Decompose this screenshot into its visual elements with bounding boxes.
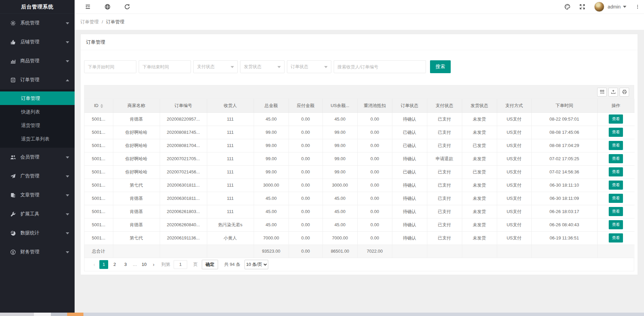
sidebar-item-1[interactable]: 店铺管理 (0, 33, 75, 51)
cell: 0.00 (289, 192, 323, 205)
sidebar-subitem-0[interactable]: 订单管理 (0, 91, 75, 105)
cell: 小黄人 (207, 231, 254, 245)
cell: 99.00 (323, 165, 357, 178)
order-start-time-input[interactable] (84, 60, 136, 73)
cell: 5001... (84, 152, 113, 165)
view-button[interactable]: 查看 (609, 167, 623, 176)
sidebar-item-0[interactable]: 系统管理 (0, 14, 75, 33)
sidebar-item-5[interactable]: 广告管理 (0, 167, 75, 186)
sidebar-item-4[interactable]: 会员管理 (0, 148, 75, 167)
order-icon (10, 77, 16, 83)
cell: 3000.00 (323, 178, 357, 192)
cell: 肯德基 (113, 192, 160, 205)
view-button[interactable]: 查看 (609, 207, 623, 216)
column-header-11: 支付方式 (497, 99, 531, 112)
cell: 45.00 (323, 112, 357, 126)
search-button[interactable]: 搜索 (430, 60, 451, 73)
cell: 0.00 (289, 126, 323, 139)
cell: 99.00 (254, 165, 289, 178)
order-status-select[interactable]: 订单状态 (287, 60, 331, 73)
cell: 你好啊哈哈 (113, 139, 160, 152)
print-button[interactable] (620, 88, 629, 97)
refresh-icon[interactable] (124, 4, 130, 10)
summary-row: 总合计93523.000.0086501.007022.00 (84, 245, 635, 258)
topbar-right: admin (564, 2, 644, 12)
page-button-1[interactable]: 1 (99, 260, 108, 269)
sidebar-subitem-2[interactable]: 退货管理 (0, 119, 75, 132)
pay-status-select[interactable]: 支付状态 (193, 60, 238, 73)
prev-page-button[interactable]: ‹ (91, 261, 97, 267)
sidebar-item-label: 系统管理 (20, 20, 39, 26)
view-button[interactable]: 查看 (609, 141, 623, 150)
page-button-2[interactable]: 2 (110, 260, 119, 269)
cell: 0.00 (357, 178, 392, 192)
export-icon (611, 89, 616, 94)
sidebar-item-8[interactable]: 数据统计 (0, 224, 75, 243)
sidebar-subitem-1[interactable]: 快递列表 (0, 105, 75, 119)
cell: 08-22 09:57:01 (531, 112, 597, 126)
summary-cell: 86501.00 (323, 245, 357, 258)
palette-icon[interactable] (564, 4, 570, 10)
order-end-time-input[interactable] (139, 60, 191, 73)
print-icon (622, 89, 627, 94)
cell: US支付 (497, 152, 531, 165)
sidebar-item-9[interactable]: 财务管理 (0, 243, 75, 261)
breadcrumb-parent[interactable]: 订单管理 (80, 19, 99, 25)
search-input[interactable] (334, 60, 426, 73)
export-button[interactable] (608, 88, 618, 97)
pie-chart-icon (10, 230, 16, 236)
cell: 0.00 (357, 126, 392, 139)
cell: 已支付 (427, 178, 462, 192)
cell: 111 (207, 192, 254, 205)
avatar[interactable] (594, 2, 604, 12)
more-vertical-icon[interactable] (635, 4, 640, 10)
scrollbar-thumb[interactable] (67, 313, 83, 316)
cell: 99.00 (254, 152, 289, 165)
view-button[interactable]: 查看 (609, 220, 623, 229)
ship-status-select[interactable]: 发货状态 (240, 60, 285, 73)
cell: 未发货 (462, 218, 497, 231)
confirm-page-button[interactable]: 确定 (202, 260, 218, 269)
view-button[interactable]: 查看 (609, 194, 623, 203)
user-menu[interactable]: admin (608, 4, 626, 9)
column-header-label: 下单时间 (555, 103, 573, 108)
column-header-label: 支付方式 (505, 103, 523, 108)
sidebar: 后台管理系统 系统管理店铺管理商品管理订单管理订单管理快递列表退货管理退货工单列… (0, 0, 75, 313)
next-page-button[interactable]: › (151, 261, 157, 267)
collapse-sidebar-icon[interactable] (85, 4, 91, 10)
breadcrumb-current: 订单管理 (106, 19, 124, 25)
columns-icon (600, 89, 605, 94)
table-row-5: 5001...第七代202006301811...1113000.000.003… (84, 178, 635, 192)
sidebar-item-6[interactable]: 文章管理 (0, 186, 75, 205)
cell: 0.00 (357, 231, 392, 245)
globe-icon[interactable] (104, 4, 111, 10)
sidebar-item-3[interactable]: 订单管理 (0, 70, 75, 89)
view-button[interactable]: 查看 (609, 181, 623, 190)
page-size-select[interactable]: 10 条/页 (245, 260, 268, 269)
cell: 5001... (84, 126, 113, 139)
sidebar-item-2[interactable]: 商品管理 (0, 51, 75, 70)
sidebar-item-label: 店铺管理 (20, 39, 39, 45)
cell: 202008081745... (160, 126, 207, 139)
chevron-down-icon (66, 232, 69, 234)
page-button-3[interactable]: 3 (121, 260, 130, 269)
view-button[interactable]: 查看 (609, 233, 623, 243)
cell: 5001... (84, 112, 113, 126)
page-button-10[interactable]: 10 (140, 260, 149, 269)
goto-page-input[interactable] (174, 260, 187, 269)
sort-icon[interactable] (100, 104, 103, 108)
sidebar-subitem-3[interactable]: 退货工单列表 (0, 132, 75, 146)
columns-button[interactable] (597, 88, 607, 97)
view-button[interactable]: 查看 (609, 128, 623, 137)
summary-cell (427, 245, 462, 258)
cell: 7000.00 (254, 231, 289, 245)
view-button[interactable]: 查看 (609, 154, 623, 163)
cell: 111 (207, 152, 254, 165)
fullscreen-icon[interactable] (579, 4, 585, 10)
cell: 5001... (84, 231, 113, 245)
horizontal-scrollbar[interactable] (0, 313, 644, 316)
cell: 07-02 17:05:25 (531, 152, 597, 165)
view-button[interactable]: 查看 (609, 114, 623, 124)
column-header-0[interactable]: ID (84, 99, 113, 112)
sidebar-item-7[interactable]: 扩展工具 (0, 205, 75, 224)
